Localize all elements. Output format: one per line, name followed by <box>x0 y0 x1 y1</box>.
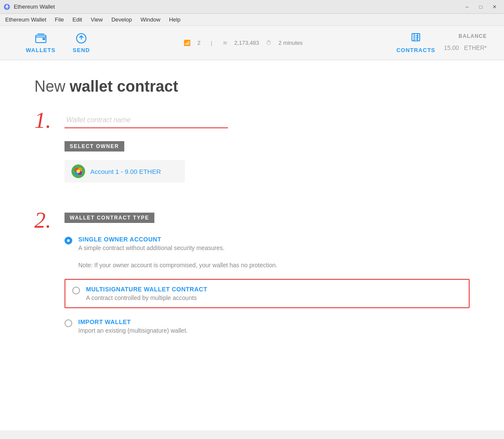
maximize-button[interactable]: □ <box>475 3 487 11</box>
svg-rect-5 <box>43 38 45 40</box>
multisig-radio[interactable] <box>72 287 80 294</box>
single-owner-title: SINGLE OWNER ACCOUNT <box>78 236 470 243</box>
step-2-number: 2. <box>34 209 56 232</box>
contracts-label: CONTRACTS <box>396 47 436 53</box>
wallets-icon <box>35 32 47 44</box>
single-owner-option[interactable]: SINGLE OWNER ACCOUNT A simple contract w… <box>65 236 470 251</box>
wallets-label: WALLETS <box>26 47 55 53</box>
wallet-contract-name-input[interactable] <box>65 113 228 128</box>
single-owner-desc: A simple contract without additional sec… <box>78 244 470 251</box>
wallet-type-label: WALLET CONTRACT TYPE <box>65 213 154 223</box>
single-owner-note: Note: If your owner account is compromis… <box>78 262 470 269</box>
step-1-content: SELECT OWNER Account 1 - 9.00 ETHER <box>65 113 470 195</box>
step-1-section: 1. SELECT OWNER <box>34 113 470 195</box>
single-owner-radio[interactable] <box>65 237 72 244</box>
app-title: Ethereum Wallet <box>14 3 55 10</box>
divider: | <box>211 40 212 46</box>
page-title-light: New <box>34 77 65 95</box>
nav-wallets[interactable]: WALLETS <box>17 28 64 58</box>
avatar <box>71 164 85 178</box>
top-nav: WALLETS SEND 📶 2 | ≋ 2,173,483 ⏱ 2 minut… <box>0 26 504 60</box>
nav-status: 📶 2 | ≋ 2,173,483 ⏱ 2 minutes <box>98 40 387 46</box>
nav-send[interactable]: SEND <box>64 28 98 58</box>
peers-count: 2 <box>197 40 200 46</box>
identicon-svg <box>71 164 85 178</box>
import-wallet-title: IMPORT WALLET <box>78 318 470 325</box>
step-1-number: 1. <box>34 109 56 132</box>
step-2-content: WALLET CONTRACT TYPE SINGLE OWNER ACCOUN… <box>65 213 470 344</box>
blocks-count: 2,173,483 <box>234 40 259 46</box>
title-bar-left: Ethereum Wallet <box>3 3 55 10</box>
app-icon <box>3 3 10 10</box>
select-owner-label: SELECT OWNER <box>65 141 124 151</box>
import-wallet-content: IMPORT WALLET Import an existing (multis… <box>78 318 470 334</box>
nav-balance: BALANCE 15.00 ETHER* <box>444 33 487 53</box>
menu-window[interactable]: Window <box>137 15 164 24</box>
import-wallet-radio[interactable] <box>65 319 72 327</box>
menu-develop[interactable]: Develop <box>108 15 135 24</box>
menu-bar: Ethereum Wallet File Edit View Develop W… <box>0 14 504 26</box>
balance-amount: 15.00 ETHER* <box>444 39 487 53</box>
blocks-icon: ≋ <box>223 40 227 46</box>
title-bar-controls: – □ ✕ <box>461 3 501 11</box>
svg-point-14 <box>77 170 80 173</box>
time-icon: ⏱ <box>266 40 271 46</box>
wallet-type-section: SINGLE OWNER ACCOUNT A simple contract w… <box>65 236 470 334</box>
peers-icon: 📶 <box>184 40 191 46</box>
menu-ethereum-wallet[interactable]: Ethereum Wallet <box>2 15 50 24</box>
single-owner-content: SINGLE OWNER ACCOUNT A simple contract w… <box>78 236 470 251</box>
send-label: SEND <box>73 47 90 53</box>
name-input-wrapper <box>65 113 470 128</box>
multisig-content: MULTISIGNATURE WALLET CONTRACT A contrac… <box>86 286 462 301</box>
sync-time: 2 minutes <box>278 40 302 46</box>
import-wallet-option[interactable]: IMPORT WALLET Import an existing (multis… <box>65 318 470 334</box>
menu-file[interactable]: File <box>52 15 68 24</box>
step-2-section: 2. WALLET CONTRACT TYPE SINGLE OWNER ACC… <box>34 213 470 344</box>
account-selector[interactable]: Account 1 - 9.00 ETHER <box>65 160 185 182</box>
multisig-option[interactable]: MULTISIGNATURE WALLET CONTRACT A contrac… <box>65 279 470 308</box>
page-title: New wallet contract <box>34 77 470 96</box>
main-content: New wallet contract 1. SELECT OWNER <box>0 60 504 430</box>
send-icon <box>75 32 87 44</box>
balance-number: 15.00 <box>444 44 459 51</box>
nav-contracts[interactable]: CONTRACTS <box>388 28 444 58</box>
multisig-desc: A contract controlled by multiple accoun… <box>86 294 462 301</box>
contracts-icon <box>410 32 422 44</box>
page-title-bold: wallet contract <box>70 77 178 95</box>
balance-unit: ETHER* <box>464 44 487 51</box>
import-wallet-desc: Import an existing (multisignature) wall… <box>78 327 470 334</box>
menu-edit[interactable]: Edit <box>69 15 86 24</box>
title-bar: Ethereum Wallet – □ ✕ <box>0 0 504 14</box>
balance-label: BALANCE <box>444 33 487 39</box>
multisig-title: MULTISIGNATURE WALLET CONTRACT <box>86 286 462 293</box>
close-button[interactable]: ✕ <box>489 3 501 11</box>
minimize-button[interactable]: – <box>461 3 473 11</box>
menu-help[interactable]: Help <box>166 15 184 24</box>
account-name: Account 1 - 9.00 ETHER <box>90 168 161 175</box>
menu-view[interactable]: View <box>87 15 106 24</box>
